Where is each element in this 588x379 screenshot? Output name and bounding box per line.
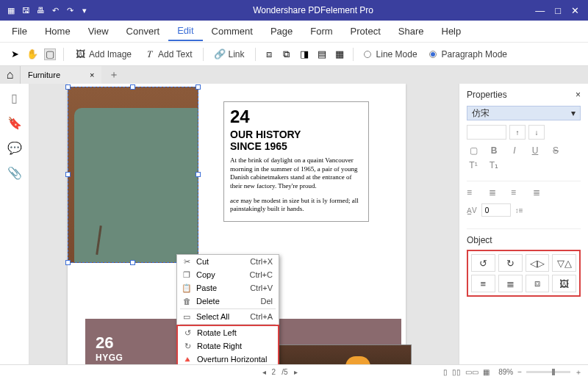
subscript-button[interactable]: T₁	[487, 160, 501, 170]
add-image-button[interactable]: 🖼Add Image	[71, 46, 135, 62]
superscript-button[interactable]: T¹	[467, 160, 480, 170]
attachments-icon[interactable]: 📎	[8, 166, 21, 179]
rotate-right-icon: ↻	[181, 342, 194, 351]
zoom-out-icon[interactable]: −	[517, 368, 522, 376]
minimize-button[interactable]: ―	[535, 5, 545, 16]
close-button[interactable]: ✕	[571, 5, 579, 16]
ctx-paste[interactable]: 📋PasteCtrl+V	[177, 281, 279, 295]
menu-view[interactable]: View	[79, 22, 118, 40]
menu-convert[interactable]: Convert	[118, 22, 169, 40]
comments-icon[interactable]: 💬	[8, 141, 21, 154]
obj-align-1[interactable]: ≡	[471, 275, 495, 292]
edit-object-icon[interactable]: ▢	[44, 48, 56, 60]
resize-handle[interactable]	[130, 260, 135, 265]
align-center-button[interactable]: ≣	[489, 187, 503, 198]
page-prev-icon[interactable]: ◂	[262, 368, 266, 376]
resize-handle[interactable]	[196, 84, 201, 90]
obj-flip-horizontal[interactable]: ◁▷	[526, 254, 550, 272]
selected-image[interactable]	[68, 87, 198, 263]
ctx-rotate-right[interactable]: ↻Rotate Right	[178, 339, 278, 353]
obj-align-2[interactable]: ≣	[498, 275, 523, 292]
page-next-icon[interactable]: ▸	[294, 368, 298, 376]
obj-rotate-left[interactable]: ↺	[471, 254, 495, 272]
line-mode-radio[interactable]: Line Mode	[361, 47, 420, 62]
thumbnails-icon[interactable]: ▯	[8, 91, 21, 104]
background-icon[interactable]: ◨	[298, 48, 310, 60]
menu-file[interactable]: File	[3, 22, 36, 40]
link-button[interactable]: 🔗Link	[211, 46, 248, 62]
text-block-24[interactable]: 24 OUR HISTORY SINCE 1965 At the brink o…	[223, 101, 369, 222]
page-current[interactable]: 2	[272, 368, 276, 376]
ctx-select-all[interactable]: ▭Select AllCtrl+A	[177, 310, 279, 323]
italic-button[interactable]: I	[508, 145, 521, 156]
maximize-button[interactable]: □	[555, 5, 561, 16]
menu-form[interactable]: Form	[301, 22, 341, 40]
view-two-page-icon[interactable]: ▭▭	[465, 368, 478, 376]
strike-button[interactable]: S	[549, 145, 562, 156]
resize-handle[interactable]	[65, 260, 71, 265]
hand-icon[interactable]: ✋	[26, 48, 38, 60]
zoom-value[interactable]: 89%	[498, 368, 513, 376]
tab-close-icon[interactable]: ×	[90, 71, 94, 79]
obj-crop[interactable]: ⧈	[526, 275, 550, 292]
save-icon[interactable]: 🖫	[19, 4, 32, 17]
redo-icon[interactable]: ↷	[63, 4, 76, 17]
view-single-icon[interactable]: ▯	[443, 368, 448, 376]
bold-button[interactable]: B	[487, 145, 501, 156]
align-right-button[interactable]: ≡	[511, 187, 526, 198]
home-tab-icon[interactable]: ⌂	[0, 66, 21, 84]
cursor-icon[interactable]: ➤	[9, 48, 21, 60]
obj-replace-image[interactable]: 🖼	[552, 275, 576, 292]
ctx-rotate-left[interactable]: ↺Rotate Left	[178, 326, 278, 339]
resize-handle[interactable]	[130, 84, 135, 90]
resize-handle[interactable]	[65, 84, 71, 90]
print-icon[interactable]: 🖶	[34, 4, 47, 17]
obj-rotate-right[interactable]: ↻	[498, 254, 523, 272]
obj-flip-vertical[interactable]: ▽△	[552, 254, 576, 272]
zoom-slider[interactable]	[526, 371, 570, 373]
resize-handle[interactable]	[196, 172, 201, 177]
qa-dropdown-icon[interactable]: ▾	[78, 4, 91, 17]
ctx-overturn-horizontal[interactable]: 🔺Overturn Horizontal	[178, 353, 278, 364]
ctx-copy[interactable]: ❐CopyCtrl+C	[177, 268, 279, 281]
menu-help[interactable]: Help	[433, 22, 470, 40]
document-canvas[interactable]: 24 OUR HISTORY SINCE 1965 At the brink o…	[29, 84, 459, 364]
zoom-in-icon[interactable]: ＋	[575, 367, 582, 378]
watermark-icon[interactable]: ⧉	[281, 48, 293, 60]
ctx-delete[interactable]: 🗑DeleteDel	[177, 295, 279, 308]
select-all-icon: ▭	[180, 312, 193, 322]
add-text-button[interactable]: 𝑇Add Text	[140, 46, 195, 62]
font-size-decrease[interactable]: ↓	[528, 125, 545, 140]
bates-icon[interactable]: ▦	[334, 48, 345, 60]
edit-toolbar: ➤ ✋ ▢ 🖼Add Image 𝑇Add Text 🔗Link ⧈ ⧉ ◨ ▤…	[0, 43, 588, 66]
zoom-thumb[interactable]	[552, 369, 555, 375]
menu-page[interactable]: Page	[262, 22, 301, 40]
menu-protect[interactable]: Protect	[342, 22, 390, 40]
underline-button[interactable]: U	[528, 145, 542, 156]
font-size-select[interactable]	[467, 125, 506, 140]
lamp-image[interactable]	[265, 344, 412, 364]
menu-edit[interactable]: Edit	[168, 21, 202, 41]
font-color-swatch[interactable]: ▢	[467, 145, 480, 156]
paragraph-mode-radio[interactable]: Paragraph Mode	[426, 47, 510, 62]
document-tab[interactable]: Furniture ×	[21, 66, 101, 84]
menu-comment[interactable]: Comment	[203, 22, 262, 40]
char-spacing-input[interactable]	[481, 203, 511, 217]
menu-share[interactable]: Share	[390, 22, 433, 40]
align-left-button[interactable]: ≡	[467, 187, 481, 198]
font-family-select[interactable]: 仿宋 ▾	[467, 106, 581, 120]
menu-home[interactable]: Home	[36, 22, 79, 40]
font-size-increase[interactable]: ↑	[509, 125, 526, 140]
undo-icon[interactable]: ↶	[49, 4, 62, 17]
header-footer-icon[interactable]: ▤	[316, 48, 328, 60]
view-grid-icon[interactable]: ▦	[483, 368, 490, 376]
resize-handle[interactable]	[65, 172, 71, 177]
new-tab-button[interactable]: ＋	[101, 68, 126, 82]
ctx-cut[interactable]: ✂CutCtrl+X	[177, 255, 279, 268]
view-continuous-icon[interactable]: ▯▯	[452, 368, 461, 376]
properties-close-icon[interactable]: ×	[576, 90, 581, 100]
crop-icon[interactable]: ⧈	[263, 48, 275, 60]
align-justify-button[interactable]: ≣	[533, 187, 548, 198]
bookmarks-icon[interactable]: 🔖	[8, 116, 21, 129]
line-spacing-icon[interactable]: ↕≡	[515, 206, 523, 214]
